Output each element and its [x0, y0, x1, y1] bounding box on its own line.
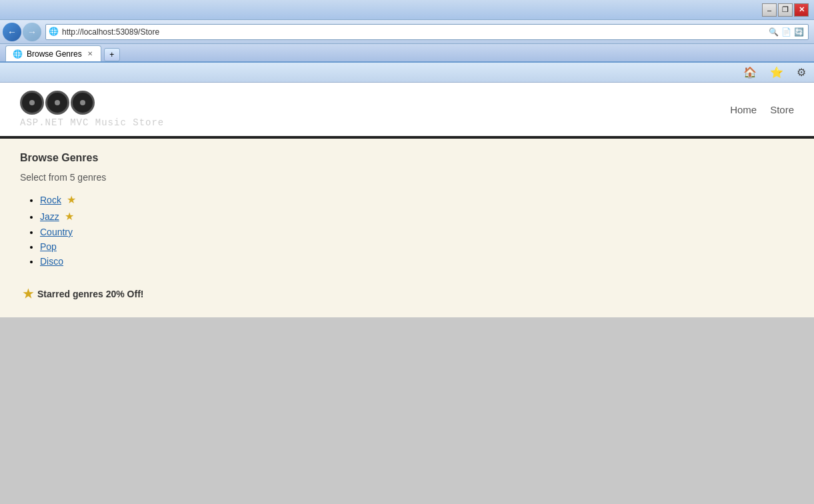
genre-link-pop[interactable]: Pop	[40, 241, 57, 252]
tab-bar: 🌐 Browse Genres ✕ +	[0, 44, 814, 63]
genre-list: Rock ★ Jazz ★ Country Pop Disco	[20, 193, 794, 267]
favorites-cmd-button[interactable]: ⭐	[767, 65, 786, 80]
site-header: ASP.NET MVC Music Store Home Store	[0, 83, 814, 139]
page-content: ASP.NET MVC Music Store Home Store Brows…	[0, 83, 814, 504]
site-title: ASP.NET MVC Music Store	[20, 117, 164, 128]
genre-link-disco[interactable]: Disco	[40, 256, 63, 267]
disc-3	[71, 91, 95, 115]
toolbar: ← → 🌐 🔍 📄 🔄	[0, 20, 814, 44]
tab-icon: 🌐	[13, 49, 23, 59]
minimize-button[interactable]: –	[762, 3, 777, 17]
logo-area: ASP.NET MVC Music Store	[20, 91, 164, 128]
site-nav: Home Store	[730, 104, 794, 115]
list-item: Disco	[40, 256, 794, 267]
restore-button[interactable]: ❐	[778, 3, 793, 17]
back-button[interactable]: ←	[3, 23, 21, 41]
home-cmd-button[interactable]: 🏠	[741, 65, 759, 80]
nav-home[interactable]: Home	[730, 104, 757, 115]
disc-1	[20, 91, 44, 115]
sale-star-icon: ★	[23, 287, 33, 301]
active-tab[interactable]: 🌐 Browse Genres ✕	[5, 45, 101, 61]
list-item: Rock ★	[40, 193, 794, 206]
sale-notice-text: Starred genres 20% Off!	[37, 289, 144, 299]
star-icon-jazz: ★	[65, 211, 74, 222]
address-input[interactable]	[62, 27, 767, 37]
genre-link-rock[interactable]: Rock	[40, 195, 61, 205]
tab-close-button[interactable]: ✕	[86, 49, 94, 58]
list-item: Jazz ★	[40, 210, 794, 223]
bookmark-button[interactable]: 📄	[780, 27, 793, 37]
main-content: Browse Genres Select from 5 genres Rock …	[0, 139, 814, 317]
new-tab-button[interactable]: +	[104, 48, 120, 61]
refresh-button[interactable]: 🔄	[793, 27, 805, 37]
sale-notice: ★ Starred genres 20% Off!	[20, 287, 794, 301]
genre-link-country[interactable]: Country	[40, 227, 73, 237]
forward-button[interactable]: →	[23, 23, 41, 41]
ie-logo-icon: 🌐	[49, 27, 59, 37]
star-icon-rock: ★	[67, 194, 76, 205]
search-button[interactable]: 🔍	[767, 27, 780, 37]
genre-link-jazz[interactable]: Jazz	[40, 211, 59, 222]
footer-area	[0, 317, 814, 504]
tab-title: Browse Genres	[27, 49, 82, 59]
nav-store[interactable]: Store	[770, 104, 794, 115]
close-button[interactable]: ✕	[794, 3, 809, 17]
disc-2	[45, 91, 69, 115]
address-bar[interactable]: 🌐 🔍 📄 🔄	[45, 24, 809, 40]
logo-discs	[20, 91, 95, 115]
window-controls[interactable]: – ❐ ✕	[762, 3, 809, 17]
settings-cmd-button[interactable]: ⚙	[794, 65, 809, 80]
title-bar: – ❐ ✕	[0, 0, 814, 20]
command-bar: 🏠 ⭐ ⚙	[0, 63, 814, 83]
list-item: Country	[40, 227, 794, 237]
list-item: Pop	[40, 241, 794, 252]
page-heading: Browse Genres	[20, 152, 794, 164]
page-subtitle: Select from 5 genres	[20, 172, 794, 183]
